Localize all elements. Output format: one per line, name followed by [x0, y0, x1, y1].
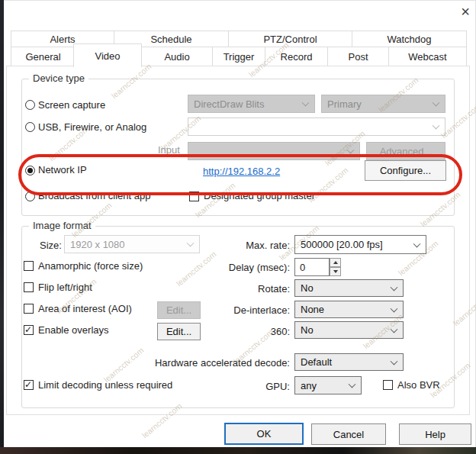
- aoi-checkbox[interactable]: [24, 304, 34, 314]
- flip-label: Flip left/right: [38, 282, 92, 293]
- usb-device-dropdown[interactable]: [188, 118, 445, 136]
- help-button[interactable]: Help: [399, 423, 471, 445]
- rotate-dropdown[interactable]: No: [294, 279, 404, 297]
- enable-overlays-checkbox[interactable]: [24, 325, 34, 335]
- size-dropdown: 1920 x 1080: [64, 235, 200, 253]
- aoi-edit-button: Edit...: [157, 301, 201, 319]
- arrow-down-icon: [333, 270, 338, 273]
- help-button-label: Help: [425, 429, 445, 440]
- tab-label: Record: [281, 51, 313, 63]
- tab-label: Post: [348, 51, 368, 63]
- anamorphic-label: Anamorphic (force size): [38, 260, 143, 272]
- chevron-down-icon: [433, 122, 440, 130]
- tab-audio[interactable]: Audio: [141, 47, 213, 66]
- usb-label: USB, Firewire, or Analog: [38, 121, 146, 133]
- directdraw-value: DirectDraw Blits: [194, 98, 264, 110]
- input-label: Input: [158, 144, 180, 156]
- cancel-button[interactable]: Cancel: [311, 423, 386, 445]
- tab-label: General: [25, 51, 60, 63]
- chevron-down-icon: [347, 147, 355, 154]
- deg360-dropdown[interactable]: No: [294, 321, 404, 339]
- chevron-down-icon: [349, 381, 356, 388]
- designated-group-master-checkbox[interactable]: [189, 192, 199, 201]
- ok-button[interactable]: OK: [224, 423, 304, 445]
- network-ip-label: Network IP: [38, 164, 87, 175]
- aoi-edit-button-label: Edit...: [166, 304, 191, 316]
- delay-input[interactable]: 0: [294, 258, 330, 276]
- advanced-button-label: Advanced...: [380, 146, 433, 157]
- tab-label: Video: [95, 50, 120, 62]
- configure-button-label: Configure...: [380, 165, 431, 176]
- cancel-button-label: Cancel: [333, 429, 364, 440]
- usb-radio[interactable]: [25, 122, 35, 132]
- chevron-down-icon: [391, 325, 398, 333]
- overlays-edit-button-label: Edit...: [166, 326, 191, 337]
- tab-ptz-control[interactable]: PTZ/Control: [228, 31, 352, 47]
- deinterlace-dropdown[interactable]: None: [294, 301, 404, 318]
- hw-decode-label: Hardware accelerated decode:: [137, 357, 290, 369]
- hw-decode-value: Default: [301, 356, 332, 368]
- arrow-up-icon: [333, 261, 338, 264]
- tab-label: Schedule: [150, 34, 191, 45]
- tab-general[interactable]: General: [11, 47, 76, 66]
- flip-checkbox[interactable]: [24, 282, 34, 292]
- tab-label: PTZ/Control: [263, 34, 317, 45]
- max-rate-dropdown[interactable]: 500000 [20.00 fps]: [294, 235, 426, 254]
- anamorphic-checkbox[interactable]: [24, 261, 34, 271]
- screen-capture-label: Screen capture: [38, 99, 105, 111]
- image-format-legend: Image format: [29, 220, 95, 231]
- tab-post[interactable]: Post: [327, 47, 389, 66]
- tab-label: Watchdog: [387, 34, 431, 45]
- advanced-button: Advanced...: [366, 142, 445, 160]
- tab-watchdog[interactable]: Watchdog: [352, 31, 467, 47]
- tab-trigger[interactable]: Trigger: [212, 47, 265, 66]
- delay-spin-down-button[interactable]: [330, 267, 341, 276]
- tab-video-active[interactable]: Video: [73, 43, 142, 67]
- deinterlace-label: De-interlace:: [214, 304, 290, 316]
- display-dropdown: Primary: [321, 95, 445, 113]
- tab-label: Webcast: [408, 51, 446, 63]
- limit-decoding-label: Limit decoding unless required: [38, 379, 172, 391]
- max-rate-label: Max. rate:: [221, 240, 290, 251]
- network-url-link[interactable]: http://192.168.2.2: [203, 166, 280, 177]
- device-type-legend: Device type: [29, 72, 88, 84]
- max-rate-value: 500000 [20.00 fps]: [301, 239, 383, 250]
- chevron-down-icon: [187, 240, 195, 247]
- deinterlace-value: None: [301, 304, 324, 315]
- overlays-edit-button[interactable]: Edit...: [157, 323, 201, 340]
- broadcast-label: Broadcast from client app: [38, 190, 150, 201]
- chevron-down-icon: [391, 357, 398, 365]
- hw-decode-dropdown[interactable]: Default: [294, 353, 404, 371]
- rotate-label: Rotate:: [229, 283, 290, 295]
- chevron-down-icon: [302, 99, 310, 107]
- gpu-value: any: [301, 380, 317, 391]
- enable-overlays-label: Enable overlays: [38, 324, 109, 336]
- tab-webcast[interactable]: Webcast: [388, 47, 467, 66]
- delay-spin-up-button[interactable]: [330, 258, 341, 267]
- size-label: Size:: [40, 240, 62, 251]
- rotate-value: No: [301, 282, 314, 294]
- chevron-down-icon: [413, 240, 421, 247]
- close-icon: ×: [461, 4, 470, 19]
- deg360-value: No: [301, 324, 314, 336]
- broadcast-radio[interactable]: [25, 192, 35, 201]
- tab-label: Trigger: [224, 51, 255, 63]
- chevron-down-icon: [433, 99, 440, 107]
- screen-capture-radio[interactable]: [25, 100, 35, 110]
- chevron-down-icon: [391, 283, 398, 291]
- gpu-dropdown[interactable]: any: [294, 376, 362, 394]
- input-dropdown: [188, 142, 360, 160]
- also-bvr-label: Also BVR: [397, 379, 440, 391]
- close-button[interactable]: ×: [456, 2, 474, 21]
- display-value: Primary: [327, 98, 362, 110]
- also-bvr-checkbox[interactable]: [383, 380, 393, 390]
- limit-decoding-checkbox[interactable]: [24, 380, 34, 390]
- delay-label: Delay (msec):: [214, 262, 290, 273]
- ok-button-label: OK: [257, 428, 272, 440]
- tab-record[interactable]: Record: [265, 47, 328, 66]
- chevron-down-icon: [391, 304, 398, 312]
- size-value: 1920 x 1080: [70, 239, 125, 250]
- aoi-label: Area of interest (AOI): [38, 303, 132, 314]
- configure-button[interactable]: Configure...: [365, 160, 446, 181]
- network-ip-radio[interactable]: [25, 166, 35, 175]
